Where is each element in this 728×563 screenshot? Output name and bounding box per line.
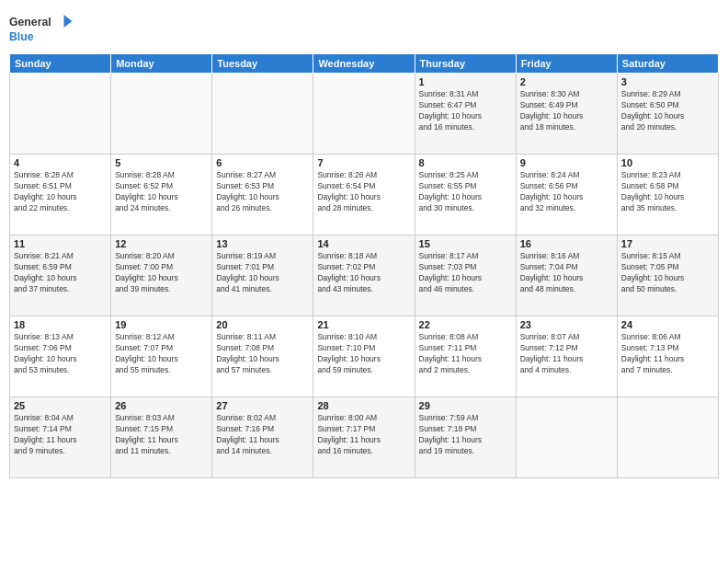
svg-text:Blue: Blue <box>9 30 34 43</box>
calendar-cell: 8Sunrise: 8:25 AMSunset: 6:55 PMDaylight… <box>415 155 516 236</box>
day-info: Sunrise: 8:31 AMSunset: 6:47 PMDaylight:… <box>419 89 512 133</box>
day-info: Sunrise: 8:27 AMSunset: 6:53 PMDaylight:… <box>216 170 309 214</box>
day-info: Sunrise: 8:06 AMSunset: 7:13 PMDaylight:… <box>621 332 714 376</box>
calendar-cell: 1Sunrise: 8:31 AMSunset: 6:47 PMDaylight… <box>415 74 516 155</box>
day-number: 1 <box>419 76 512 87</box>
day-number: 14 <box>317 238 410 249</box>
calendar-cell: 27Sunrise: 8:02 AMSunset: 7:16 PMDayligh… <box>212 397 313 478</box>
calendar-body: 1Sunrise: 8:31 AMSunset: 6:47 PMDaylight… <box>10 74 719 478</box>
day-info: Sunrise: 8:07 AMSunset: 7:12 PMDaylight:… <box>520 332 613 376</box>
day-number: 4 <box>14 157 107 168</box>
day-number: 11 <box>14 238 107 249</box>
calendar-cell: 19Sunrise: 8:12 AMSunset: 7:07 PMDayligh… <box>111 316 212 397</box>
day-number: 26 <box>115 400 208 411</box>
day-info: Sunrise: 8:18 AMSunset: 7:02 PMDaylight:… <box>317 251 410 295</box>
calendar-cell: 9Sunrise: 8:24 AMSunset: 6:56 PMDaylight… <box>516 155 617 236</box>
day-number: 25 <box>14 400 107 411</box>
day-number: 27 <box>216 400 309 411</box>
calendar-cell <box>212 74 313 155</box>
header-tuesday: Tuesday <box>212 54 313 74</box>
day-info: Sunrise: 8:10 AMSunset: 7:10 PMDaylight:… <box>317 332 410 376</box>
calendar-cell: 25Sunrise: 8:04 AMSunset: 7:14 PMDayligh… <box>10 397 111 478</box>
day-info: Sunrise: 8:16 AMSunset: 7:04 PMDaylight:… <box>520 251 613 295</box>
header-friday: Friday <box>516 54 617 74</box>
calendar-cell: 29Sunrise: 7:59 AMSunset: 7:18 PMDayligh… <box>415 397 516 478</box>
calendar-cell: 5Sunrise: 8:28 AMSunset: 6:52 PMDaylight… <box>111 155 212 236</box>
day-number: 17 <box>621 238 714 249</box>
calendar-cell <box>10 74 111 155</box>
day-number: 20 <box>216 319 309 330</box>
day-info: Sunrise: 8:13 AMSunset: 7:06 PMDaylight:… <box>14 332 107 376</box>
day-number: 19 <box>115 319 208 330</box>
day-number: 16 <box>520 238 613 249</box>
day-info: Sunrise: 8:24 AMSunset: 6:56 PMDaylight:… <box>520 170 613 214</box>
calendar-cell: 23Sunrise: 8:07 AMSunset: 7:12 PMDayligh… <box>516 316 617 397</box>
calendar-cell: 12Sunrise: 8:20 AMSunset: 7:00 PMDayligh… <box>111 236 212 316</box>
day-info: Sunrise: 8:00 AMSunset: 7:17 PMDaylight:… <box>317 413 410 457</box>
logo: General Blue <box>9 9 74 46</box>
calendar-cell: 11Sunrise: 8:21 AMSunset: 6:59 PMDayligh… <box>10 236 111 316</box>
calendar-cell: 10Sunrise: 8:23 AMSunset: 6:58 PMDayligh… <box>617 155 718 236</box>
week-row-2: 4Sunrise: 8:28 AMSunset: 6:51 PMDaylight… <box>10 155 719 236</box>
calendar-cell: 2Sunrise: 8:30 AMSunset: 6:49 PMDaylight… <box>516 74 617 155</box>
day-info: Sunrise: 7:59 AMSunset: 7:18 PMDaylight:… <box>419 413 512 457</box>
day-number: 7 <box>317 157 410 168</box>
day-info: Sunrise: 8:30 AMSunset: 6:49 PMDaylight:… <box>520 89 613 133</box>
day-number: 24 <box>621 319 714 330</box>
day-info: Sunrise: 8:28 AMSunset: 6:51 PMDaylight:… <box>14 170 107 214</box>
calendar-cell: 15Sunrise: 8:17 AMSunset: 7:03 PMDayligh… <box>415 236 516 316</box>
day-info: Sunrise: 8:17 AMSunset: 7:03 PMDaylight:… <box>419 251 512 295</box>
day-info: Sunrise: 8:15 AMSunset: 7:05 PMDaylight:… <box>621 251 714 295</box>
week-row-3: 11Sunrise: 8:21 AMSunset: 6:59 PMDayligh… <box>10 236 719 316</box>
calendar-cell <box>313 74 415 155</box>
day-info: Sunrise: 8:23 AMSunset: 6:58 PMDaylight:… <box>621 170 714 214</box>
svg-marker-1 <box>64 15 73 28</box>
day-number: 21 <box>317 319 410 330</box>
calendar-cell: 20Sunrise: 8:11 AMSunset: 7:08 PMDayligh… <box>212 316 313 397</box>
calendar-cell: 16Sunrise: 8:16 AMSunset: 7:04 PMDayligh… <box>516 236 617 316</box>
header-saturday: Saturday <box>617 54 718 74</box>
header-wednesday: Wednesday <box>313 54 415 74</box>
calendar-header: SundayMondayTuesdayWednesdayThursdayFrid… <box>10 54 719 74</box>
day-info: Sunrise: 8:26 AMSunset: 6:54 PMDaylight:… <box>317 170 410 214</box>
day-number: 6 <box>216 157 309 168</box>
header-sunday: Sunday <box>10 54 111 74</box>
day-info: Sunrise: 8:12 AMSunset: 7:07 PMDaylight:… <box>115 332 208 376</box>
day-number: 3 <box>621 76 714 87</box>
day-number: 13 <box>216 238 309 249</box>
day-info: Sunrise: 8:25 AMSunset: 6:55 PMDaylight:… <box>419 170 512 214</box>
calendar-cell: 17Sunrise: 8:15 AMSunset: 7:05 PMDayligh… <box>617 236 718 316</box>
calendar-cell: 24Sunrise: 8:06 AMSunset: 7:13 PMDayligh… <box>617 316 718 397</box>
calendar-cell: 21Sunrise: 8:10 AMSunset: 7:10 PMDayligh… <box>313 316 415 397</box>
day-number: 23 <box>520 319 613 330</box>
day-info: Sunrise: 8:20 AMSunset: 7:00 PMDaylight:… <box>115 251 208 295</box>
week-row-1: 1Sunrise: 8:31 AMSunset: 6:47 PMDaylight… <box>10 74 719 155</box>
calendar-cell <box>111 74 212 155</box>
day-info: Sunrise: 8:03 AMSunset: 7:15 PMDaylight:… <box>115 413 208 457</box>
header: General Blue <box>9 9 719 46</box>
day-info: Sunrise: 8:29 AMSunset: 6:50 PMDaylight:… <box>621 89 714 133</box>
day-number: 2 <box>520 76 613 87</box>
week-row-4: 18Sunrise: 8:13 AMSunset: 7:06 PMDayligh… <box>10 316 719 397</box>
calendar-table: SundayMondayTuesdayWednesdayThursdayFrid… <box>9 53 719 478</box>
week-row-5: 25Sunrise: 8:04 AMSunset: 7:14 PMDayligh… <box>10 397 719 478</box>
day-number: 10 <box>621 157 714 168</box>
day-info: Sunrise: 8:04 AMSunset: 7:14 PMDaylight:… <box>14 413 107 457</box>
day-number: 8 <box>419 157 512 168</box>
calendar-cell: 14Sunrise: 8:18 AMSunset: 7:02 PMDayligh… <box>313 236 415 316</box>
header-thursday: Thursday <box>415 54 516 74</box>
calendar-cell: 6Sunrise: 8:27 AMSunset: 6:53 PMDaylight… <box>212 155 313 236</box>
day-number: 5 <box>115 157 208 168</box>
day-number: 22 <box>419 319 512 330</box>
day-number: 15 <box>419 238 512 249</box>
calendar-cell: 7Sunrise: 8:26 AMSunset: 6:54 PMDaylight… <box>313 155 415 236</box>
calendar-cell: 4Sunrise: 8:28 AMSunset: 6:51 PMDaylight… <box>10 155 111 236</box>
day-info: Sunrise: 8:28 AMSunset: 6:52 PMDaylight:… <box>115 170 208 214</box>
page: General Blue SundayMondayTuesdayWednesda… <box>0 0 728 563</box>
calendar-cell <box>516 397 617 478</box>
calendar-cell <box>617 397 718 478</box>
logo-svg: General Blue <box>9 9 74 46</box>
calendar-cell: 26Sunrise: 8:03 AMSunset: 7:15 PMDayligh… <box>111 397 212 478</box>
header-monday: Monday <box>111 54 212 74</box>
day-number: 28 <box>317 400 410 411</box>
